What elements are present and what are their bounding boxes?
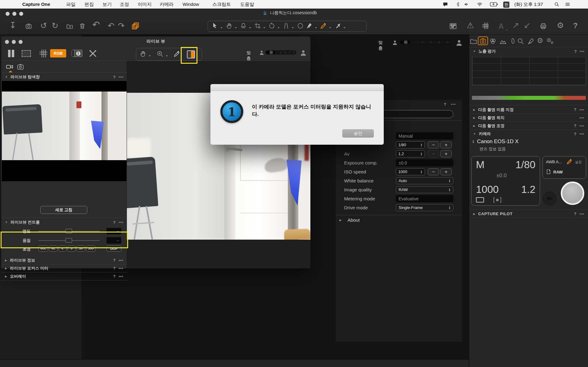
- disclosure-icon[interactable]: ▶: [5, 275, 7, 278]
- more-icon[interactable]: •••: [579, 108, 584, 112]
- volume-icon[interactable]: [464, 1, 469, 8]
- brush-tool-caret[interactable]: [315, 27, 317, 28]
- format-value[interactable]: RAW: [553, 170, 563, 174]
- undo-button[interactable]: ↶: [108, 22, 115, 29]
- dialog-titlebar[interactable]: [210, 84, 384, 91]
- more-icon[interactable]: •••: [119, 75, 123, 79]
- wifi-icon[interactable]: [476, 1, 483, 8]
- section-lv-overlay[interactable]: ▶ 오버레이 ? •••: [1, 272, 127, 280]
- loupe-tool-caret[interactable]: [249, 27, 251, 28]
- settings-gear-icon[interactable]: ⚙: [557, 22, 564, 29]
- help-icon[interactable]: ?: [113, 266, 115, 271]
- redo-button[interactable]: ↷: [118, 22, 125, 29]
- aperture-minus-button[interactable]: −: [428, 150, 439, 157]
- section-camera[interactable]: ▼ 카메라 ? •••: [469, 130, 588, 138]
- warning-icon[interactable]: ⚠: [467, 22, 474, 29]
- menu-adjust[interactable]: 조정: [120, 0, 129, 9]
- help-icon[interactable]: ?: [444, 102, 446, 107]
- lv-pan-caret[interactable]: [149, 55, 151, 57]
- loupe-tool[interactable]: [240, 22, 247, 31]
- fit-label[interactable]: 맞춤: [378, 40, 383, 51]
- clone-variant-button[interactable]: [131, 22, 140, 32]
- record-video-button[interactable]: [543, 192, 556, 205]
- section-next-capture-naming[interactable]: ▶ 다음 촬영 이름 지정 ? •••: [469, 106, 588, 114]
- disclosure-icon[interactable]: ▶: [5, 267, 7, 270]
- section-capture-pilot[interactable]: ▶ CAPTURE PILOT ? •••: [469, 210, 588, 218]
- annotations-caret[interactable]: [506, 30, 508, 31]
- tab-camera-active[interactable]: [478, 36, 488, 45]
- app-menu[interactable]: Capture One: [22, 0, 50, 9]
- more-icon[interactable]: •••: [579, 212, 584, 216]
- crop-tool-caret[interactable]: [263, 27, 265, 28]
- lv-pause-button[interactable]: [8, 50, 14, 57]
- drive-mode-select[interactable]: Single-Frame▲▼: [396, 204, 453, 211]
- input-source-badge[interactable]: 한: [503, 1, 509, 8]
- help-icon[interactable]: ?: [574, 107, 576, 112]
- spot-removal-tool[interactable]: [297, 22, 304, 31]
- lv-picker-tool[interactable]: [173, 50, 181, 59]
- help-icon[interactable]: ?: [574, 123, 576, 128]
- lv-grid-button[interactable]: [39, 49, 48, 59]
- window-close-button[interactable]: [6, 11, 12, 17]
- mode-field[interactable]: Manual: [396, 132, 453, 139]
- help-icon[interactable]: ?: [113, 75, 115, 79]
- disclosure-icon[interactable]: ▶: [473, 108, 475, 111]
- shutter-stepper[interactable]: 1/80▲▼: [396, 141, 425, 148]
- zoom-slider-knob[interactable]: [404, 41, 408, 44]
- lv-zoom-caret[interactable]: [166, 55, 168, 57]
- section-lv-controls[interactable]: ▼ 라이브뷰 컨트롤 ? •••: [1, 218, 127, 226]
- lv-rgb-button[interactable]: RGB: [50, 49, 66, 58]
- rotate-tool[interactable]: [268, 22, 275, 31]
- pan-tool-caret[interactable]: [235, 27, 237, 28]
- tab-lens[interactable]: [509, 37, 517, 46]
- mask-tool-caret[interactable]: [344, 27, 345, 28]
- rotate-tool-caret[interactable]: [278, 27, 279, 28]
- battery-icon[interactable]: [490, 1, 498, 8]
- menubar-clock[interactable]: (화) 오후 1:37: [514, 0, 543, 9]
- lv-zoom-tool[interactable]: [156, 50, 164, 59]
- notification-center-icon[interactable]: [564, 1, 571, 8]
- disclosure-icon[interactable]: ▼: [5, 75, 8, 79]
- help-button[interactable]: ?: [573, 22, 578, 29]
- more-icon[interactable]: •••: [119, 258, 123, 262]
- aperture-plus-button[interactable]: +: [440, 150, 452, 157]
- iso-plus-button[interactable]: +: [440, 168, 452, 175]
- section-lv-focus-meter[interactable]: ▶ 라이브뷰 포커스 미터 ? •••: [1, 264, 127, 272]
- disclosure-icon[interactable]: ▼: [473, 132, 476, 135]
- shutter-minus-button[interactable]: −: [428, 141, 439, 148]
- help-icon[interactable]: ?: [113, 258, 115, 262]
- shutter-plus-button[interactable]: +: [440, 141, 452, 148]
- select-tool-caret[interactable]: [221, 27, 223, 28]
- capture-button[interactable]: [25, 22, 32, 31]
- help-icon[interactable]: ?: [574, 211, 576, 216]
- section-next-capture-adjustments[interactable]: ▶ 다음 촬영 조정 ? •••: [469, 122, 588, 130]
- tab-color[interactable]: [489, 37, 497, 46]
- disclosure-icon[interactable]: ▶: [473, 212, 475, 216]
- lv-pan-tool[interactable]: [139, 50, 147, 59]
- mask-tool[interactable]: [334, 22, 341, 31]
- section-lv-navigator[interactable]: ▼ 라이브뷰 탐색창 ? •••: [1, 73, 127, 81]
- more-icon[interactable]: •••: [579, 132, 584, 136]
- white-balance-value[interactable]: AWB A...: [546, 160, 562, 164]
- menu-edit[interactable]: 편집: [84, 0, 94, 9]
- tab-output-gears[interactable]: ⚙⚙: [547, 37, 555, 45]
- section-about[interactable]: ▶ About: [339, 217, 360, 223]
- disclosure-icon[interactable]: ▶: [5, 259, 7, 262]
- reset-adjustments-button[interactable]: ↶: [92, 21, 100, 28]
- tab-settings-gear[interactable]: ⚙: [537, 37, 543, 44]
- rotate-cw-button[interactable]: ↻: [52, 22, 58, 29]
- iso-stepper[interactable]: 1000▲▼: [396, 168, 425, 175]
- image-quality-select[interactable]: RAW▲▼: [396, 186, 453, 193]
- menu-image[interactable]: 이미지: [138, 0, 152, 9]
- help-icon[interactable]: ?: [574, 49, 577, 54]
- rotate-ccw-button[interactable]: ↺: [40, 22, 47, 29]
- section-next-capture-location[interactable]: ▶ 다음 촬영 위치 •••: [469, 114, 588, 122]
- dialog-ok-button[interactable]: 승인: [342, 129, 374, 138]
- disclosure-icon[interactable]: ▶: [473, 124, 475, 127]
- annotations-button[interactable]: A: [499, 22, 504, 31]
- help-icon[interactable]: ?: [574, 132, 576, 136]
- camera-select[interactable]: ▲▼ Canon EOS-1D X: [472, 139, 519, 145]
- picker-tool[interactable]: [320, 22, 327, 31]
- print-button[interactable]: [539, 22, 547, 31]
- brush-tool[interactable]: [306, 22, 313, 31]
